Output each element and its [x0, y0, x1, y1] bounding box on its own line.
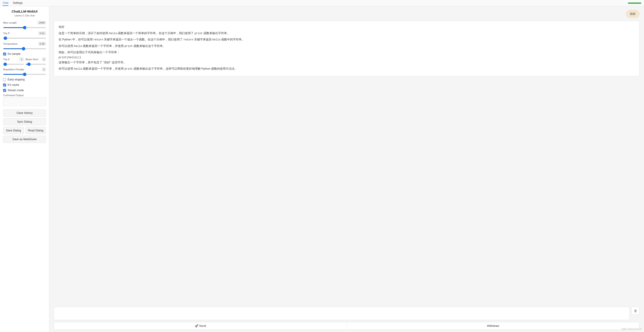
sidebar: ChatLLM-WebUI Llama-2-13b-chat Max Lengt…: [0, 6, 49, 332]
max-length-value: 2048: [38, 21, 46, 25]
main-content: 你好 你好 这是一个简单的示例，演示了如何使用 hello 函数来返回一个简单的…: [49, 6, 644, 332]
command-output-textarea[interactable]: [3, 98, 46, 106]
top-k-slider[interactable]: [3, 64, 24, 65]
max-length-label: Max Length: [3, 21, 16, 24]
model-name: Llama-2-13b-chat: [0, 14, 49, 17]
user-message-wrapper: 你好: [54, 10, 640, 18]
ai-bubble: 你好 这是一个简单的示例，演示了如何使用 hello 函数来返回一个简单的字符串…: [54, 21, 640, 76]
repetition-penalty-value: 1: [42, 68, 46, 71]
repetition-penalty-slider[interactable]: [3, 74, 46, 75]
read-dialog-button[interactable]: Read Dialog: [25, 127, 46, 134]
command-output-block: Command Output: [0, 93, 49, 108]
do-sample-label: Do sample: [8, 52, 20, 56]
clear-history-button[interactable]: Clear History: [3, 109, 46, 117]
do-sample-row: Do sample: [0, 51, 49, 57]
ai-line-4: 你可以使用 hello 函数来返回一个字符串，并使用 print 函数来输出这个…: [58, 44, 635, 49]
early-stopping-checkbox[interactable]: [3, 78, 6, 81]
repetition-penalty-label: Repetition Penalty: [3, 68, 24, 71]
user-bubble: 你好: [626, 10, 640, 18]
top-p-slider[interactable]: [3, 38, 46, 39]
ai-line-5: 例如，你可以使用以下代码来输出一个字符串：print(hello())这将输出一…: [58, 50, 635, 65]
stream-mode-checkbox[interactable]: [3, 89, 6, 92]
save-dialog-button[interactable]: Save Dialog: [3, 127, 24, 134]
trash-icon: 🗑: [634, 309, 637, 313]
withdraw-button[interactable]: Withdraw: [347, 322, 640, 330]
tab-settings[interactable]: Settings: [13, 1, 22, 6]
do-sample-checkbox[interactable]: [3, 53, 6, 56]
sidebar-buttons: Clear History Sync Dialog Save Dialog Re…: [0, 108, 49, 143]
param-temperature: Temperature 0.95: [0, 41, 49, 51]
ai-line-6: 你可以使用 hello 函数来返回一个字符串，并使用 print 函数来输出这个…: [58, 66, 635, 71]
app-title: ChatLLM-WebUI: [0, 6, 49, 14]
command-output-label: Command Output: [3, 94, 46, 97]
top-p-label: Top P: [3, 32, 10, 35]
send-button[interactable]: 🚀 Send: [54, 322, 347, 330]
param-max-length: Max Length 2048: [0, 20, 49, 30]
param-beam-num: Beam Num 1: [26, 58, 46, 65]
param-top-p: Top P 0.01: [0, 30, 49, 41]
kv-cache-checkbox[interactable]: [3, 84, 6, 87]
dialog-buttons-row: Save Dialog Read Dialog: [3, 127, 46, 134]
kv-cache-label: KV cache: [8, 83, 19, 87]
sync-dialog-button[interactable]: Sync Dialog: [3, 118, 46, 125]
temperature-label: Temperature: [3, 43, 18, 45]
trash-button[interactable]: 🗑: [632, 307, 640, 315]
beam-num-value: 1: [42, 58, 46, 61]
tab-chat[interactable]: Chat: [3, 1, 8, 6]
chat-area: 你好 你好 这是一个简单的示例，演示了如何使用 hello 函数来返回一个简单的…: [49, 6, 644, 304]
save-as-markdown-button[interactable]: Save as MarkDown: [3, 136, 46, 143]
ai-line-1: 你好: [58, 25, 635, 30]
ai-line-2: 这是一个简单的示例，演示了如何使用 hello 函数来返回一个简单的字符串。在这…: [58, 31, 635, 36]
stream-mode-row: Stream mode: [0, 88, 49, 93]
input-area: 🗑 🚀 Send Withdraw: [49, 304, 644, 332]
beam-num-label: Beam Num: [26, 58, 38, 61]
beam-num-slider[interactable]: [26, 64, 46, 65]
early-stopping-row: Early stopping: [0, 77, 49, 82]
temperature-value: 0.95: [38, 42, 46, 46]
action-buttons: 🚀 Send Withdraw: [54, 322, 640, 330]
top-k-label: Top K: [3, 58, 10, 61]
top-bar: Chat Settings: [0, 0, 644, 6]
top-k-beam-row: Top K 1 Beam Num 1: [0, 57, 49, 66]
early-stopping-label: Early stopping: [8, 78, 25, 81]
kv-cache-row: KV cache: [0, 82, 49, 88]
param-top-k: Top K 1: [3, 58, 24, 65]
stream-mode-label: Stream mode: [8, 89, 24, 92]
top-k-value: 1: [20, 58, 24, 61]
temperature-slider[interactable]: [3, 48, 46, 49]
status-indicator: [628, 3, 641, 4]
chat-input[interactable]: [54, 307, 630, 320]
watermark: @稀土掘金技术社区: [622, 327, 642, 331]
input-row: 🗑: [54, 307, 640, 320]
ai-line-3: 在 Python 中，你可以使用 return 关键字来返回一个值从一个函数。在…: [58, 37, 635, 42]
max-length-slider[interactable]: [3, 27, 46, 28]
param-repetition-penalty: Repetition Penalty 1: [0, 66, 49, 77]
top-p-value: 0.01: [38, 32, 46, 35]
layout: ChatLLM-WebUI Llama-2-13b-chat Max Lengt…: [0, 6, 644, 332]
